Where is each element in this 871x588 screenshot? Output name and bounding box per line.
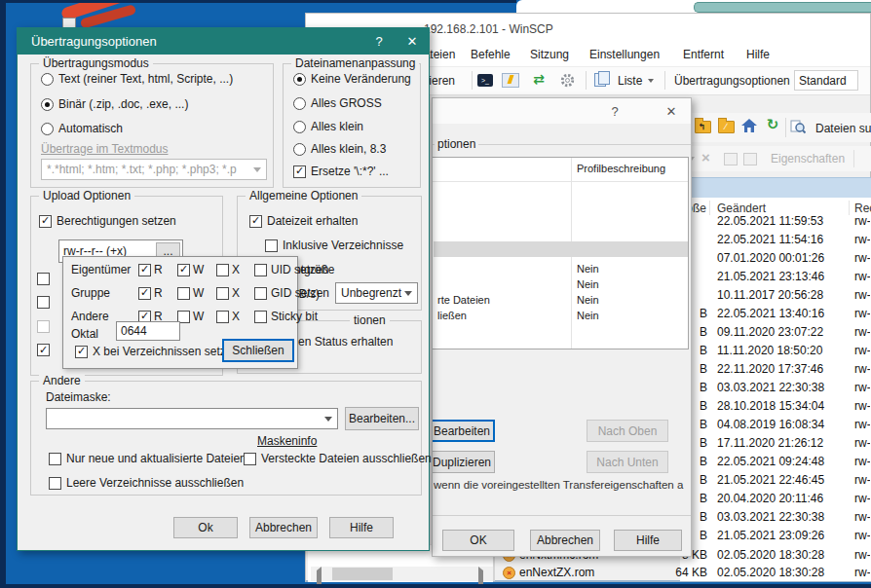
permission-w-checkbox[interactable]: W [177, 310, 204, 323]
search-files-label[interactable]: Dateien suchen [815, 122, 871, 135]
replace-invalid-chars-checkbox[interactable]: Ersetze '\:*?' ... [293, 165, 389, 178]
help-button[interactable]: ? [362, 28, 396, 55]
mode-option[interactable]: Binär (.zip, .doc, .exe, ...) [41, 97, 188, 111]
permission-r-checkbox[interactable]: R [138, 286, 163, 300]
checkbox[interactable] [75, 346, 88, 358]
filemask-edit-button[interactable]: Bearbeiten... [345, 407, 419, 430]
filename-option[interactable]: Alles klein, 8.3 [293, 142, 386, 156]
upload-option-checkbox[interactable] [37, 273, 50, 285]
preset-column-header[interactable]: Profilbeschreibung [577, 163, 665, 174]
gear-icon[interactable] [558, 72, 576, 88]
close-permissions-button[interactable]: Schließen [222, 339, 294, 362]
transfer-dialog-titlebar[interactable]: Übertragungsoptionen ? ✕ [18, 28, 429, 55]
properties-icon[interactable] [743, 153, 757, 165]
refresh-icon[interactable]: ↻ [764, 117, 781, 132]
permission-x-checkbox[interactable]: X [216, 263, 240, 276]
desktop-icon-fragment[interactable] [51, 0, 143, 29]
preset-ok-button[interactable]: OK [442, 530, 514, 551]
checkbox[interactable] [216, 311, 229, 323]
checkbox[interactable] [254, 287, 267, 300]
column-modified[interactable]: Geändert [717, 202, 766, 215]
checkbox[interactable] [138, 287, 151, 300]
console-icon[interactable]: >_ [476, 72, 494, 88]
checkbox[interactable] [177, 287, 190, 300]
checkbox[interactable] [216, 264, 229, 276]
checkbox[interactable] [265, 239, 278, 252]
speed-combobox[interactable]: Unbegrenzt [335, 282, 418, 304]
liste-button[interactable]: Liste [618, 74, 654, 88]
cancel-button[interactable]: Abbrechen [249, 517, 318, 538]
checkbox[interactable] [249, 215, 262, 228]
checkbox[interactable] [216, 287, 229, 300]
properties-label[interactable]: Eigenschaften [771, 152, 845, 165]
upload-option-checkbox[interactable] [37, 296, 50, 309]
include-directories-checkbox[interactable]: Inklusive Verzeichnisse [265, 239, 403, 252]
preset-help-button[interactable]: ? [600, 100, 629, 122]
mode-option[interactable]: Text (reiner Text, html, Scripte, ...) [41, 72, 233, 86]
list-pages-icon[interactable] [591, 72, 609, 88]
edit-icon[interactable] [724, 153, 738, 165]
checkbox[interactable] [177, 264, 190, 276]
open-folder-icon[interactable]: ∕ [717, 119, 735, 134]
radio-button[interactable] [293, 73, 306, 86]
preset-table[interactable]: Profilbeschreibung NeinNeinrte DateienNe… [432, 157, 689, 349]
mode-option[interactable]: Automatisch [41, 122, 123, 135]
checkbox[interactable] [49, 453, 61, 465]
preserve-time-checkbox[interactable]: Dateizeit erhalten [249, 214, 358, 228]
checkbox[interactable] [39, 215, 52, 228]
move-up-button[interactable]: Nach Oben [587, 420, 668, 442]
menu-item-einstellungen[interactable]: Einstellungen [589, 48, 660, 61]
filename-option[interactable]: Alles GROSS [293, 96, 382, 110]
search-files-icon[interactable] [789, 119, 807, 134]
menu-item-entfernt[interactable]: Entfernt [683, 48, 724, 61]
home-icon[interactable] [740, 118, 758, 133]
checkbox[interactable] [254, 264, 267, 276]
transfer-options-toolbar-button[interactable]: Übertragungsoptionen [674, 74, 790, 88]
table-row[interactable]: Nein [433, 263, 688, 278]
menu-item-befehle[interactable]: Befehle [471, 48, 511, 61]
permission-r-checkbox[interactable]: R [138, 263, 163, 276]
preset-selected-row[interactable] [434, 241, 688, 257]
permission-extra-checkbox[interactable]: Sticky bit [254, 310, 318, 323]
close-button[interactable]: ✕ [396, 28, 429, 55]
radio-button[interactable] [293, 143, 306, 156]
preset-dialog-titlebar[interactable] [433, 98, 691, 124]
permission-w-checkbox[interactable]: W [177, 286, 204, 300]
move-down-button[interactable]: Nach Unten [587, 451, 668, 473]
file-row[interactable]: ×enNextZX.rom64 KB02.05.2020 18:30:28rw-… [306, 566, 871, 582]
other-option-checkbox[interactable]: Leere Verzeichnisse ausschließen [49, 476, 244, 490]
permission-extra-checkbox[interactable]: GID setzen [254, 286, 329, 300]
table-row[interactable]: Nein [433, 278, 688, 294]
console-spark-icon[interactable] [502, 72, 519, 88]
filemask-combobox[interactable] [46, 408, 338, 429]
radio-button[interactable] [293, 121, 306, 133]
parent-folder-icon[interactable]: ↰ [694, 119, 711, 134]
filename-option[interactable]: Keine Veränderung [293, 72, 411, 86]
preset-close-button[interactable]: ✕ [657, 100, 686, 122]
table-row[interactable]: ließenNein [433, 310, 688, 325]
checkbox[interactable] [293, 165, 306, 178]
octal-input[interactable]: 0644 [116, 321, 180, 341]
edit-preset-button[interactable]: Bearbeiten [432, 420, 495, 442]
other-option-checkbox[interactable]: Nur neue und aktualisierte Dateien [49, 452, 246, 465]
checkbox[interactable] [244, 453, 256, 465]
radio-button[interactable] [41, 123, 54, 135]
table-row[interactable]: rte DateienNein [433, 294, 688, 310]
maskinfo-link[interactable]: Maskeninfo [257, 434, 317, 448]
duplicate-preset-button[interactable]: Duplizieren [432, 451, 495, 473]
permission-x-checkbox[interactable]: X [216, 310, 240, 323]
checkbox[interactable] [254, 311, 267, 323]
other-option-checkbox[interactable]: Versteckte Dateien ausschließen [244, 452, 432, 465]
x-on-directories-checkbox[interactable]: X bei Verzeichnissen setzen [75, 345, 239, 358]
preset-cancel-button[interactable]: Abbrechen [530, 530, 600, 551]
radio-button[interactable] [41, 98, 54, 111]
upload-option-checkbox[interactable] [37, 344, 50, 356]
filename-option[interactable]: Alles klein [293, 120, 363, 133]
preset-help-footer-button[interactable]: Hilfe [614, 530, 682, 551]
menu-item-hilfe[interactable]: Hilfe [746, 48, 770, 61]
panel-address-band[interactable] [680, 177, 871, 199]
menu-item-sitzung[interactable]: Sitzung [530, 48, 569, 61]
permission-w-checkbox[interactable]: W [177, 263, 204, 276]
permission-extra-checkbox[interactable]: UID setzen [254, 263, 328, 276]
radio-button[interactable] [41, 73, 54, 86]
